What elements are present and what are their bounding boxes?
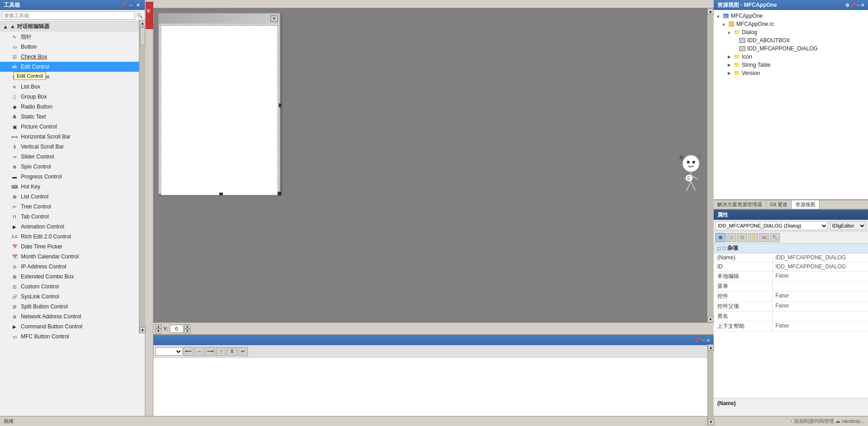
dialog-content-area[interactable] bbox=[161, 25, 278, 195]
toolbox-item-group-box[interactable]: ⌷ Group Box bbox=[0, 92, 145, 102]
tree-item-icon-folder[interactable]: ▶ 📁 Icon bbox=[714, 53, 868, 61]
prop-tool-settings-btn[interactable]: 🔧 bbox=[770, 233, 780, 242]
tree-item-idd-aboutbox[interactable]: ▶ IDD_ABOUTBOX bbox=[714, 36, 868, 45]
tab-git-changes[interactable]: Git 更改 bbox=[766, 200, 792, 209]
align-left-btn[interactable]: ⟵ bbox=[183, 347, 193, 356]
prop-value-context-help[interactable]: False bbox=[773, 322, 868, 331]
tree-item-string-table-folder[interactable]: ▶ 📁 String Table bbox=[714, 61, 868, 69]
y-coord-spin-down[interactable]: ▼ bbox=[155, 329, 162, 333]
prop-value-control-parent[interactable]: False bbox=[773, 302, 868, 311]
toolbox-item-animation-control[interactable]: ▶ Animation Control bbox=[0, 222, 145, 232]
prop-value-name[interactable]: IDD_MFCAPPONE_DIALOG bbox=[773, 253, 868, 262]
editor-scrollbar[interactable]: ▲ ▼ bbox=[707, 8, 714, 322]
toolbox-item-list-box[interactable]: ≡ List Box bbox=[0, 82, 145, 92]
prop-tool-properties-btn[interactable]: □ bbox=[737, 233, 747, 242]
dialog-editor-canvas[interactable]: ✕ bbox=[153, 8, 714, 322]
y-coord-right-up[interactable]: ▲ bbox=[184, 324, 191, 329]
toolbox-close-btn[interactable]: ✕ bbox=[135, 3, 141, 8]
dialog-window[interactable]: ✕ bbox=[158, 13, 281, 194]
prop-tool-categorized-btn[interactable]: ⊞ bbox=[715, 233, 725, 242]
toolbox-item-list-control[interactable]: ⊞ List Control bbox=[0, 192, 145, 202]
bottom-output-pin-btn[interactable]: 📌 bbox=[695, 338, 700, 343]
toolbox-item-label-checkbox: Check Box bbox=[21, 54, 47, 60]
toolbox-scroll-down-btn[interactable]: ▼ bbox=[139, 327, 146, 333]
toolbox-item-tab-control[interactable]: ⊓ Tab Control bbox=[0, 212, 145, 222]
toolbox-item-month-calendar[interactable]: 📆 Month Calendar Control bbox=[0, 252, 145, 262]
prop-tool-proppage-btn[interactable]: ▭ bbox=[759, 233, 769, 242]
toolbox-item-slider-control[interactable]: ⊸ Slider Control bbox=[0, 152, 145, 162]
toolbox-item-network-address[interactable]: ⊚ Network Address Control bbox=[0, 312, 145, 322]
prop-tool-events-btn[interactable]: ⚡ bbox=[748, 233, 758, 242]
toolbox-item-custom-control[interactable]: ⊡ Custom Control bbox=[0, 282, 145, 292]
toolbox-expand-btn[interactable]: ─ bbox=[128, 3, 134, 8]
resource-view-close-btn[interactable]: ✕ bbox=[861, 3, 864, 8]
toolbox-item-pointer[interactable]: ↖ 指针 bbox=[0, 32, 145, 42]
toolbox-scroll-thumb[interactable] bbox=[140, 27, 145, 45]
align-right-btn[interactable]: ⟶ bbox=[205, 347, 215, 356]
tab-solution-explorer[interactable]: 解决方案资源管理器 bbox=[714, 200, 766, 209]
toolbox-section-header[interactable]: ▲ ▲ 对话框编辑器 bbox=[0, 21, 145, 32]
tab-resource-view[interactable]: 资源视图 bbox=[792, 200, 819, 209]
tree-item-version-folder[interactable]: ▶ 📁 Version bbox=[714, 69, 868, 77]
toolbox-item-spin-control[interactable]: ⊕ Spin Control bbox=[0, 162, 145, 172]
tree-item-rc-file[interactable]: ▲ rc MFCAppOne.rc bbox=[714, 20, 868, 28]
toolbox-item-button[interactable]: ▭ Button bbox=[0, 42, 145, 52]
toolbox-search-input[interactable] bbox=[2, 11, 135, 20]
toolbox-item-extended-combo[interactable]: ⊞ Extended Combo Box bbox=[0, 272, 145, 282]
align-center-btn[interactable]: ↔ bbox=[194, 347, 204, 356]
prop-value-classname[interactable] bbox=[773, 312, 868, 321]
toolbox-item-ip-address[interactable]: ⊙ IP Address Control bbox=[0, 262, 145, 272]
resource-view-settings-btn[interactable]: ⚙ bbox=[845, 3, 849, 8]
toolbox-item-picture-control[interactable]: ▣ Picture Control bbox=[0, 122, 145, 132]
toolbox-item-radio-button[interactable]: ◉ Radio Button bbox=[0, 102, 145, 112]
toolbox-item-edit-control[interactable]: ab Edit Control Edit Control bbox=[0, 62, 145, 72]
toolbox-scroll-up-btn[interactable]: ▲ bbox=[139, 20, 146, 26]
wrap-btn[interactable]: ↩ bbox=[238, 347, 248, 356]
dialog-bottom-resize-handle[interactable] bbox=[219, 193, 223, 195]
toolbox-item-static-text[interactable]: A Static Text bbox=[0, 112, 145, 122]
tree-item-idd-mfcappone-dialog[interactable]: ▶ IDD_MFCAPPONE_DIALOG bbox=[714, 45, 868, 53]
bottom-output-close-btn[interactable]: ✕ bbox=[706, 338, 710, 343]
resource-view-expand-btn[interactable]: ─ bbox=[857, 3, 860, 8]
bottom-select-dropdown[interactable] bbox=[155, 347, 182, 356]
y-coord-spin-up[interactable]: ▲ bbox=[155, 324, 162, 329]
toolbox-scrollbar[interactable]: ▲ ▼ bbox=[139, 20, 145, 333]
toolbox-item-mfc-button[interactable]: ▭ MFC Button Control bbox=[0, 332, 145, 342]
y-coord-input[interactable] bbox=[170, 325, 183, 333]
dialog-corner-resize-handle[interactable] bbox=[278, 192, 281, 195]
prop-value-local-edit[interactable]: False bbox=[773, 272, 868, 281]
dialog-mid-resize-handle[interactable] bbox=[279, 104, 281, 107]
prop-value-menu[interactable] bbox=[773, 282, 868, 291]
dialog-close-button[interactable]: ✕ bbox=[271, 15, 278, 22]
properties-editor-select[interactable]: IDlgEditor bbox=[830, 221, 866, 230]
properties-object-select[interactable]: IDD_MFCAPPONE_DIALOG (Dialog) bbox=[715, 221, 828, 230]
toolbox-item-command-button[interactable]: ▶ Command Button Control bbox=[0, 322, 145, 332]
toolbox-item-date-time[interactable]: 📅 Date Time Picker bbox=[0, 242, 145, 252]
tree-item-dialog-folder[interactable]: ▲ 📁 Dialog bbox=[714, 28, 868, 36]
prop-value-control[interactable]: False bbox=[773, 292, 868, 301]
left-tab-item[interactable]: 工具 bbox=[146, 2, 153, 29]
bottom-scroll-up[interactable]: ▲ bbox=[708, 344, 714, 351]
toolbox-item-syslink[interactable]: 🔗 SysLink Control bbox=[0, 292, 145, 302]
prop-tool-alpha-btn[interactable]: ↓ bbox=[726, 233, 736, 242]
align-top-btn[interactable]: ↑ bbox=[216, 347, 226, 356]
resource-view-pin-btn[interactable]: 📌 bbox=[850, 3, 856, 8]
toolbox-pin-btn[interactable]: 📌 bbox=[119, 3, 127, 8]
toolbox-item-split-button[interactable]: ⊟ Split Button Control bbox=[0, 302, 145, 312]
y-coord-right-down[interactable]: ▼ bbox=[184, 329, 191, 333]
toolbox-item-label-mfc-button: MFC Button Control bbox=[21, 333, 69, 340]
bottom-output-expand-btn[interactable]: ─ bbox=[702, 338, 705, 343]
toolbox-item-hscroll[interactable]: ⟺ Horizontal Scroll Bar bbox=[0, 132, 145, 142]
toolbox-item-vscroll[interactable]: ⇕ Vertical Scroll Bar bbox=[0, 142, 145, 152]
bottom-area-scrollbar[interactable]: ▲ ▼ bbox=[707, 344, 714, 416]
toolbox-item-progress-control[interactable]: ▬ Progress Control bbox=[0, 172, 145, 182]
toolbox-item-tree-control[interactable]: ⊢ Tree Control bbox=[0, 202, 145, 212]
prop-value-id[interactable]: IDD_MFCAPPONE_DIALOG bbox=[773, 263, 868, 271]
editor-scroll-down-btn[interactable]: ▼ bbox=[707, 316, 714, 322]
toolbox-item-hot-key[interactable]: ⌨ Hot Key bbox=[0, 182, 145, 192]
tree-item-mfcappone[interactable]: ▲ RC MFCAppOne bbox=[714, 12, 868, 20]
toolbox-item-rich-edit[interactable]: 2.0 Rich Edit 2.0 Control bbox=[0, 232, 145, 242]
toolbox-item-checkbox[interactable]: ☑ Check Box bbox=[0, 52, 145, 62]
align-vcenter-btn[interactable]: ⇕ bbox=[227, 347, 237, 356]
editor-scroll-up-btn[interactable]: ▲ bbox=[707, 8, 714, 15]
